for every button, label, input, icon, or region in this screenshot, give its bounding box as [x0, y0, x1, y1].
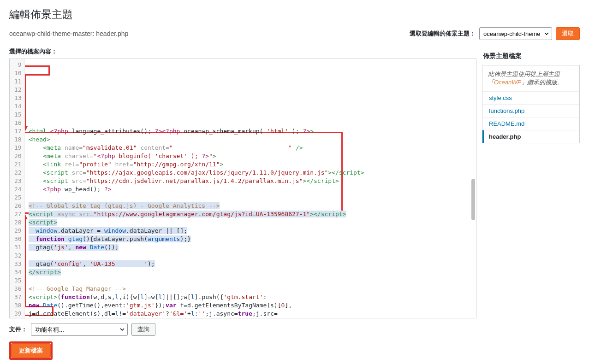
theme-files-sidebar: 此佈景主題使用從上層主題「OceanWP」繼承的模版。 style.cssfun…: [482, 65, 580, 143]
svg-marker-1: [25, 126, 28, 132]
theme-select[interactable]: oceanwp-child-theme: [479, 27, 552, 40]
line-number: 36: [14, 285, 22, 293]
code-line[interactable]: <script src="https://ajax.googleapis.com…: [29, 169, 472, 177]
line-number: 32: [14, 252, 22, 260]
current-file-label: oceanwp-child-theme-master: header.php: [9, 30, 128, 37]
line-number: 22: [14, 169, 22, 177]
code-line[interactable]: [29, 194, 472, 202]
file-tree-item[interactable]: header.php: [482, 130, 579, 143]
arrow-down-icon: [25, 76, 29, 132]
code-line[interactable]: <html <?php language_attributes(); ?><?p…: [29, 127, 472, 135]
line-number: 12: [14, 86, 22, 94]
doc-label: 文件：: [9, 325, 27, 334]
file-info-row: oceanwp-child-theme-master: header.php 選…: [9, 27, 580, 40]
line-gutter: 9101112131415161718192021222324252627282…: [10, 59, 25, 318]
line-number: 16: [14, 119, 22, 127]
sidebar-inherit-message: 此佈景主題使用從上層主題「OceanWP」繼承的模版。: [482, 65, 579, 91]
file-tree-item[interactable]: style.css: [482, 91, 579, 104]
theme-select-group: 選取要編輯的佈景主題： oceanwp-child-theme 選取: [410, 27, 580, 40]
code-line[interactable]: function gtag(){dataLayer.push(arguments…: [29, 235, 472, 243]
line-number: 23: [14, 177, 22, 185]
code-line[interactable]: gtag('config', 'UA-135 ');: [29, 260, 472, 268]
line-number: 29: [14, 227, 22, 235]
lookup-button[interactable]: 查詢: [131, 323, 155, 336]
code-line[interactable]: <script>(function(w,d,s,l,i){w[l]=w[l]||…: [29, 293, 472, 301]
line-number: 10: [14, 69, 22, 77]
code-line[interactable]: [29, 276, 472, 285]
code-line[interactable]: <script src="https://cdn.jsdelivr.net/pa…: [29, 177, 472, 185]
line-number: 20: [14, 152, 22, 160]
line-number: 25: [14, 194, 22, 202]
doc-function-select[interactable]: 功能名稱...: [31, 323, 128, 336]
line-number: 35: [14, 276, 22, 285]
line-number: 33: [14, 260, 22, 268]
annotation-box-update: 更新檔案: [9, 341, 53, 360]
line-number: 30: [14, 235, 22, 243]
line-number: 28: [14, 218, 22, 227]
scrollbar-thumb[interactable]: [471, 179, 475, 220]
code-line[interactable]: gtag('js', new Date());: [29, 243, 472, 252]
line-number: 21: [14, 160, 22, 169]
line-number: 26: [14, 202, 22, 210]
selected-file-label: 選擇的檔案內容：: [9, 47, 476, 56]
code-line[interactable]: new Date().getTime(),event:'gtm.js'});va…: [29, 301, 472, 310]
line-number: 13: [14, 94, 22, 102]
line-number: 37: [14, 293, 22, 301]
line-number: 14: [14, 102, 22, 111]
code-line[interactable]: <link rel="profile" href="http://gmpg.or…: [29, 160, 472, 169]
code-line[interactable]: <meta name="msvalidate.01" content=" " /…: [29, 144, 472, 152]
line-number: 19: [14, 144, 22, 152]
line-number: 17: [14, 127, 22, 135]
code-content[interactable]: <html <?php language_attributes(); ?><?p…: [25, 59, 476, 318]
annotation-box-head-open: [25, 65, 50, 76]
sidebar-title: 佈景主題檔案: [482, 47, 580, 65]
code-line[interactable]: [29, 252, 472, 260]
code-line[interactable]: <script>: [29, 218, 472, 227]
code-line[interactable]: <head>: [29, 135, 472, 144]
line-number: 39: [14, 310, 22, 318]
code-line[interactable]: j=d.createElement(s),dl=l!='dataLayer'?'…: [29, 310, 472, 318]
file-tree-item[interactable]: functions.php: [482, 104, 579, 117]
line-number: 15: [14, 111, 22, 119]
parent-theme-link[interactable]: OceanWP: [494, 79, 521, 86]
line-number: 27: [14, 210, 22, 218]
theme-select-label: 選取要編輯的佈景主題：: [410, 29, 476, 38]
line-number: 11: [14, 77, 22, 86]
code-editor[interactable]: 9101112131415161718192021222324252627282…: [9, 59, 476, 318]
code-line[interactable]: </script>: [29, 268, 472, 276]
file-tree-item[interactable]: README.md: [482, 117, 579, 130]
line-number: 24: [14, 185, 22, 194]
update-file-button[interactable]: 更新檔案: [11, 343, 51, 358]
svg-marker-2: [25, 214, 28, 219]
file-tree: style.cssfunctions.phpREADME.mdheader.ph…: [482, 91, 579, 143]
code-line[interactable]: <script async src="https://www.googletag…: [29, 210, 472, 218]
arrow-up-icon: [25, 214, 29, 306]
line-number: 31: [14, 243, 22, 252]
page-title: 編輯佈景主題: [9, 7, 580, 22]
code-line[interactable]: <meta charset="<?php bloginfo( 'charset'…: [29, 152, 472, 160]
line-number: 38: [14, 301, 22, 310]
select-theme-button[interactable]: 選取: [556, 27, 580, 40]
code-line[interactable]: window.dataLayer = window.dataLayer || […: [29, 227, 472, 235]
code-line[interactable]: <!-- Global site tag (gtag.js) - Google …: [29, 202, 472, 210]
doc-lookup-row: 文件： 功能名稱... 查詢: [9, 323, 476, 336]
line-number: 34: [14, 268, 22, 276]
code-line[interactable]: <!-- Google Tag Manager -->: [29, 285, 472, 293]
code-line[interactable]: <?php wp_head(); ?>: [29, 185, 472, 194]
line-number: 18: [14, 135, 22, 144]
line-number: 9: [14, 61, 22, 69]
